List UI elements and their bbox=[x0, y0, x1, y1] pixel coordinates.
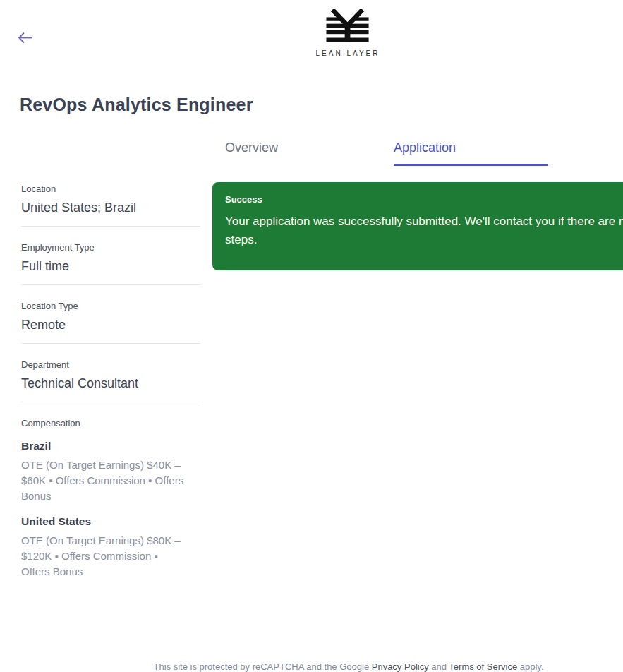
page-title: RevOps Analytics Engineer bbox=[20, 95, 253, 115]
field-label: Employment Type bbox=[21, 242, 200, 253]
back-button[interactable] bbox=[16, 30, 35, 45]
back-arrow-icon bbox=[18, 32, 33, 44]
field-value: United States; Brazil bbox=[21, 200, 200, 215]
field-label: Department bbox=[21, 359, 200, 370]
compensation-region: United States bbox=[21, 515, 200, 528]
recaptcha-notice: This site is protected by reCAPTCHA and … bbox=[74, 661, 623, 672]
field-label: Location Type bbox=[21, 301, 200, 311]
tab-overview-label: Overview bbox=[225, 140, 278, 155]
tabs: Overview Application bbox=[225, 138, 548, 166]
alert-message: Your application was successfully submit… bbox=[225, 212, 623, 249]
brand-logo[interactable]: LEAN LAYER bbox=[316, 9, 380, 57]
recaptcha-text: and bbox=[429, 661, 449, 672]
success-alert: Success Your application was successfull… bbox=[212, 182, 623, 270]
privacy-policy-link[interactable]: Privacy Policy bbox=[372, 661, 429, 672]
tab-overview[interactable]: Overview bbox=[225, 138, 380, 166]
field-label: Location bbox=[21, 184, 200, 194]
tab-application[interactable]: Application bbox=[394, 138, 548, 166]
brand-name: LEAN LAYER bbox=[316, 49, 380, 57]
compensation-section: Compensation Brazil OTE (On Target Earni… bbox=[21, 418, 200, 580]
compensation-region: Brazil bbox=[21, 440, 200, 452]
alert-title: Success bbox=[225, 194, 623, 205]
compensation-label: Compensation bbox=[21, 418, 200, 428]
terms-of-service-link[interactable]: Terms of Service bbox=[449, 661, 517, 672]
field-location-type: Location Type Remote bbox=[21, 301, 200, 344]
field-value: Remote bbox=[21, 318, 200, 332]
job-details-sidebar: Location United States; Brazil Employmen… bbox=[21, 184, 200, 580]
compensation-details: OTE (On Target Earnings) $80K – $120K ▪ … bbox=[21, 533, 185, 580]
compensation-entry: United States OTE (On Target Earnings) $… bbox=[21, 515, 200, 580]
lean-layer-logo-icon bbox=[326, 9, 370, 44]
compensation-entry: Brazil OTE (On Target Earnings) $40K – $… bbox=[21, 440, 200, 504]
compensation-details: OTE (On Target Earnings) $40K – $60K ▪ O… bbox=[21, 457, 185, 504]
tab-application-label: Application bbox=[394, 140, 456, 155]
field-department: Department Technical Consultant bbox=[21, 359, 200, 402]
job-application-page: LEAN LAYER RevOps Analytics Engineer Ove… bbox=[0, 0, 623, 672]
field-value: Full time bbox=[21, 259, 200, 274]
field-employment-type: Employment Type Full time bbox=[21, 242, 200, 285]
recaptcha-text: apply. bbox=[517, 661, 543, 672]
field-location: Location United States; Brazil bbox=[21, 184, 200, 227]
recaptcha-text: This site is protected by reCAPTCHA and … bbox=[153, 661, 371, 672]
field-value: Technical Consultant bbox=[21, 376, 200, 391]
